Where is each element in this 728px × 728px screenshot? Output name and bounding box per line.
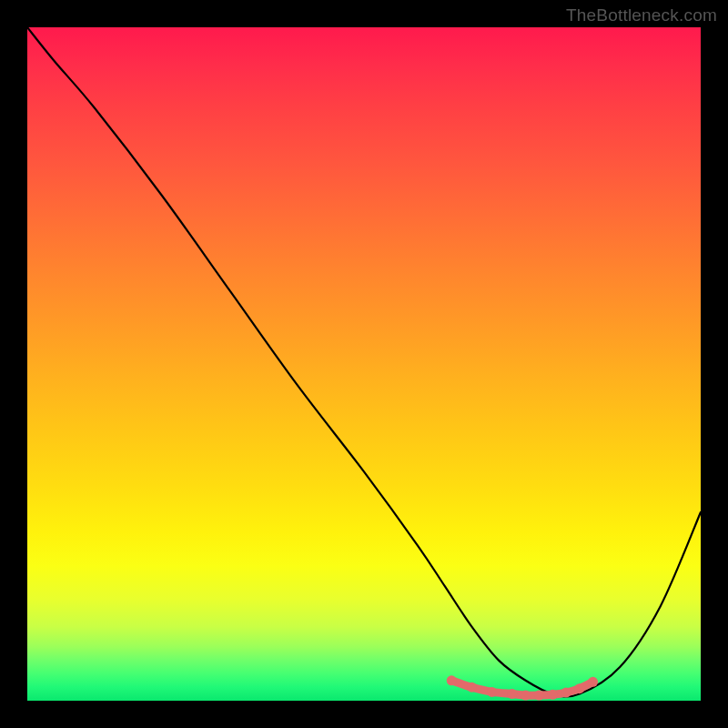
- highlight-dot: [487, 687, 497, 697]
- highlight-dot: [548, 690, 558, 700]
- curve-svg: [27, 27, 701, 701]
- watermark-text: TheBottleneck.com: [566, 5, 717, 25]
- highlight-dot: [467, 682, 477, 693]
- highlight-dot: [534, 691, 544, 701]
- highlight-dot: [447, 675, 457, 685]
- plot-area: [27, 27, 701, 701]
- highlight-dot: [521, 691, 531, 701]
- highlight-dot: [507, 689, 517, 699]
- highlight-dot: [574, 683, 584, 693]
- chart-container: TheBottleneck.com: [0, 0, 728, 728]
- bottleneck-curve: [27, 27, 701, 696]
- highlight-dot: [561, 688, 571, 698]
- highlight-dot: [588, 677, 598, 687]
